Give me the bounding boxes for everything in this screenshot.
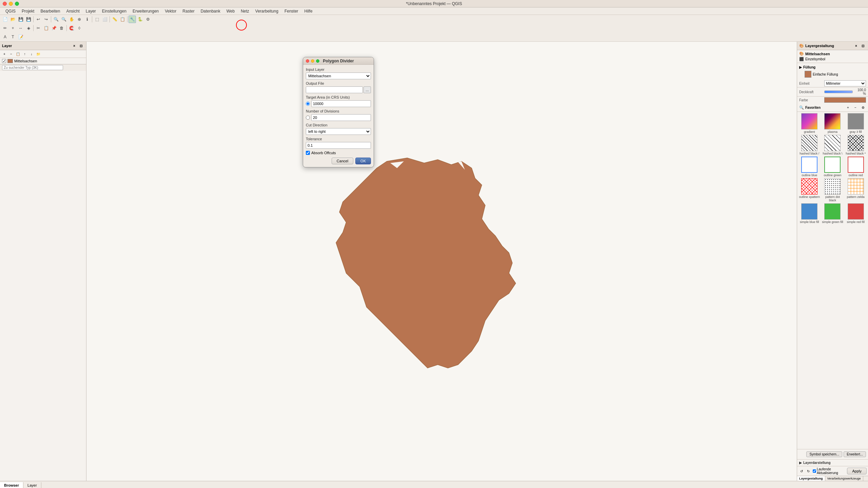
python-btn[interactable]: 🐍 bbox=[136, 16, 144, 23]
menu-datenbank[interactable]: Datenbank bbox=[198, 8, 223, 14]
swatch-hashed-black-l[interactable]: hashed black \ bbox=[822, 135, 843, 155]
window-controls[interactable] bbox=[3, 2, 19, 6]
favorites-remove-btn[interactable]: − bbox=[852, 104, 859, 110]
open-btn[interactable]: 📂 bbox=[9, 16, 17, 23]
unit-select[interactable]: Millimeter bbox=[824, 80, 866, 86]
plugin-btn[interactable]: 🔧 bbox=[129, 16, 136, 23]
swatch-outline-blue[interactable]: outline blue bbox=[798, 157, 820, 177]
layer-darstellung-header[interactable]: ▶ Layerdarstellung bbox=[799, 461, 866, 465]
dialog-maximize-btn[interactable] bbox=[316, 59, 319, 63]
swatch-pattern-zelda[interactable]: pattern zelda bbox=[845, 178, 867, 202]
swatch-plasma[interactable]: plasma bbox=[822, 113, 843, 134]
tab-layergestaltung[interactable]: Layergestaltung bbox=[797, 476, 825, 481]
menu-fenster[interactable]: Fenster bbox=[282, 8, 301, 14]
dialog-minimize-btn[interactable] bbox=[311, 59, 314, 63]
move-feature-btn[interactable]: ↔ bbox=[17, 24, 24, 32]
menu-hilfe[interactable]: Hilfe bbox=[302, 8, 315, 14]
menu-qgis[interactable]: QGIS bbox=[3, 8, 18, 14]
annotation-btn[interactable]: T bbox=[9, 33, 17, 41]
menu-web[interactable]: Web bbox=[224, 8, 237, 14]
menu-bearbeiten[interactable]: Bearbeiten bbox=[38, 8, 63, 14]
dialog-close-btn[interactable] bbox=[306, 59, 309, 63]
style-refresh-btn[interactable]: ↻ bbox=[805, 468, 811, 474]
form-btn[interactable]: 📝 bbox=[17, 33, 24, 41]
add-layer-btn[interactable]: + bbox=[1, 51, 7, 57]
measure-btn[interactable]: 📏 bbox=[111, 16, 118, 23]
layer-visibility-check[interactable]: ✓ bbox=[2, 59, 6, 63]
output-file-input[interactable] bbox=[306, 86, 363, 93]
target-area-input[interactable] bbox=[311, 100, 371, 107]
symbol-save-button[interactable]: Symbol speichern... bbox=[806, 451, 842, 457]
add-feature-btn[interactable]: + bbox=[9, 24, 17, 32]
cancel-button[interactable]: Cancel bbox=[332, 158, 353, 164]
zoom-extent-btn[interactable]: ⊕ bbox=[76, 16, 83, 23]
copy-feature-btn[interactable]: 📋 bbox=[42, 24, 50, 32]
menu-erweiterungen[interactable]: Erweiterungen bbox=[130, 8, 161, 14]
favorites-add-btn[interactable]: + bbox=[845, 104, 851, 110]
panel-close-btn[interactable]: × bbox=[71, 43, 77, 49]
select-btn[interactable]: ⬚ bbox=[93, 16, 101, 23]
tolerance-input[interactable] bbox=[306, 142, 371, 149]
close-button[interactable] bbox=[3, 2, 7, 6]
menu-raster[interactable]: Raster bbox=[180, 8, 197, 14]
polygon-divider-dialog[interactable]: Polygon Divider Input Layer Mittelsachse… bbox=[303, 57, 374, 167]
menu-einstellungen[interactable]: Einstellungen bbox=[99, 8, 129, 14]
style-panel-float[interactable]: ⊡ bbox=[860, 43, 866, 49]
pan-btn[interactable]: ✋ bbox=[68, 16, 75, 23]
absorb-offcuts-check[interactable] bbox=[306, 151, 310, 155]
save-btn[interactable]: 💾 bbox=[17, 16, 24, 23]
swatch-outline-xpattern[interactable]: outline xpattern bbox=[798, 178, 820, 202]
swatch-outline-green[interactable]: outline green bbox=[822, 157, 843, 177]
panel-float-btn[interactable]: ⊡ bbox=[78, 43, 84, 49]
favorites-settings-btn[interactable]: ⚙ bbox=[860, 104, 866, 110]
deselect-btn[interactable]: ⬜ bbox=[101, 16, 108, 23]
open-attr-btn[interactable]: 📋 bbox=[15, 51, 21, 57]
settings-btn[interactable]: ⚙ bbox=[144, 16, 152, 23]
output-file-browse-btn[interactable]: … bbox=[363, 86, 371, 93]
zoom-in-btn[interactable]: 🔍 bbox=[52, 16, 60, 23]
swatch-simple-green[interactable]: simple green fill bbox=[822, 203, 843, 224]
style-panel-close[interactable]: × bbox=[853, 43, 859, 49]
maximize-button[interactable] bbox=[15, 2, 19, 6]
laufende-aktualisierung-check[interactable] bbox=[813, 469, 816, 473]
swatch-outline-red[interactable]: outline red bbox=[845, 157, 867, 177]
snap-btn[interactable]: 🧲 bbox=[68, 24, 75, 32]
minimize-button[interactable] bbox=[9, 2, 13, 6]
swatch-simple-red[interactable]: simple red fill bbox=[845, 203, 867, 224]
layer-down-btn[interactable]: ↓ bbox=[28, 51, 35, 57]
label-btn[interactable]: A bbox=[1, 33, 9, 41]
advanced-digit-btn[interactable]: ◊ bbox=[76, 24, 83, 32]
layer-up-btn[interactable]: ↑ bbox=[22, 51, 28, 57]
menu-ansicht[interactable]: Ansicht bbox=[63, 8, 82, 14]
new-project-btn[interactable]: 📄 bbox=[1, 16, 9, 23]
menu-netz[interactable]: Netz bbox=[238, 8, 252, 14]
fill-group[interactable]: ▶ Füllung bbox=[799, 64, 866, 70]
cut-feature-btn[interactable]: ✂ bbox=[35, 24, 42, 32]
laufende-aktualisierung-icon[interactable]: ↺ bbox=[798, 468, 805, 474]
menu-layer[interactable]: Layer bbox=[83, 8, 99, 14]
cut-direction-select[interactable]: left to right top to bottom right to lef… bbox=[306, 128, 371, 135]
swatch-simple-blue[interactable]: simple blue fill bbox=[798, 203, 820, 224]
tab-verarbeitungswerkzeuge[interactable]: Verarbeitungswerkzeuge bbox=[825, 476, 863, 481]
target-area-radio[interactable] bbox=[306, 102, 310, 106]
save-as-btn[interactable]: 💾 bbox=[25, 16, 32, 23]
swatch-hashed-black-slash[interactable]: hashed black / bbox=[798, 135, 820, 155]
layer-item-mittelsachsen[interactable]: ✓ Mittelsachsen bbox=[0, 58, 86, 64]
undo-btn[interactable]: ↩ bbox=[35, 16, 42, 23]
attribute-btn[interactable]: 📋 bbox=[119, 16, 126, 23]
swatch-pattern-dot-black[interactable]: pattern dot black bbox=[822, 178, 843, 202]
dialog-window-controls[interactable] bbox=[306, 59, 319, 63]
node-tool-btn[interactable]: ◈ bbox=[25, 24, 32, 32]
swatch-hashed-black-x[interactable]: hashed black * bbox=[845, 135, 867, 155]
zoom-out-btn[interactable]: 🔍 bbox=[60, 16, 67, 23]
num-divisions-radio[interactable] bbox=[306, 116, 310, 120]
input-layer-select[interactable]: Mittelsachsen bbox=[306, 73, 371, 79]
color-swatch[interactable] bbox=[824, 97, 866, 103]
tab-layer[interactable]: Layer bbox=[23, 482, 41, 488]
erweitert-button[interactable]: Erweitert... bbox=[844, 451, 866, 457]
identify-btn[interactable]: ℹ bbox=[83, 16, 91, 23]
menu-vektor[interactable]: Vektor bbox=[162, 8, 179, 14]
ok-button[interactable]: OK bbox=[355, 158, 371, 164]
apply-button[interactable]: Apply bbox=[847, 468, 867, 474]
simple-fill-item[interactable]: Einfache Füllung bbox=[799, 70, 866, 78]
